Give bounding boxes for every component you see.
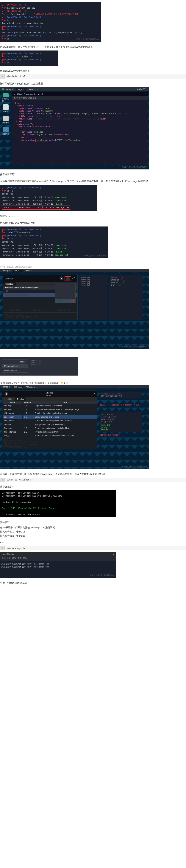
tab[interactable]: kali_2021 xyxy=(12,386,24,388)
menu-load-plugin[interactable]: Load a plugin... xyxy=(2,368,28,373)
add-target2-button[interactable]: Add to Target 2 xyxy=(58,309,70,311)
window-title: root@kali: /var/www/ht..._ne_jd xyxy=(14,93,42,95)
tab[interactable]: nmap-T xyxy=(2,386,11,388)
watermark: CSDN @入狱计划进度50% xyxy=(75,38,99,41)
code-block: 1 vim index.html xyxy=(0,74,186,79)
menu-plugins[interactable]: ‹Plugins xyxy=(2,360,28,364)
tab[interactable]: win2003-2 xyxy=(28,88,39,91)
cmd-window: C:\Documents and Settings\user> C:\Docum… xyxy=(0,490,116,517)
tab[interactable]: win2003-2 xyxy=(25,270,36,272)
menu-logging[interactable]: Logging xyxy=(55,296,75,299)
close-icon[interactable]: ✕ xyxy=(94,393,95,395)
chevron-right-icon: › xyxy=(71,300,74,303)
menu-icon[interactable]: ⊕ xyxy=(60,276,64,280)
plugin-row[interactable]: find_conn1.0Search connections on a swit… xyxy=(3,427,97,430)
success-message: Successfully flushed the DNS Resolver Ca… xyxy=(2,507,114,510)
cmd-line: systemctl start apache2 xyxy=(7,7,35,9)
plugin-row-dns-spoof[interactable]: dns_spoof1.3Sends spoofed dns replies xyxy=(3,415,97,418)
plugin-table: Name Version Info arp_cop1.1Report suspi… xyxy=(2,401,97,438)
close-icon[interactable]: _ □ ✕ xyxy=(108,553,114,556)
status-text: ARP poisoning victims: GROUP 1 : 10.1.1.… xyxy=(3,312,77,320)
tab-hostlist[interactable]: Host List xyxy=(2,397,15,401)
ettercap-title: Ettercap xyxy=(5,278,13,280)
description: 把你们创建的php文件的文件名放在这里 xyxy=(0,82,186,85)
menu-hosts[interactable]: Hosts xyxy=(55,286,75,289)
plugin-row[interactable]: autoadd1.2Automatically add new victims … xyxy=(3,408,97,411)
plugin-row[interactable]: find_ip1.0Search an unused IP address in… xyxy=(3,434,97,437)
app-icon: ⊕ xyxy=(4,392,8,396)
options-icon[interactable]: ⋮ xyxy=(91,393,93,395)
add-target1-button[interactable]: Add to Target 1 xyxy=(33,309,45,311)
status-text: ARP poisoning victims: GROUP 1 : 10.1.1.… xyxy=(2,438,97,449)
options-icon[interactable]: ⋮ xyxy=(66,277,70,281)
desktop-icon-home[interactable]: 主文件夹 xyxy=(2,127,9,136)
tab[interactable]: kali_2021 xyxy=(15,88,27,91)
code-block: 1 ipconfig /flushdns xyxy=(0,478,186,482)
close-icon[interactable]: ✕ xyxy=(145,93,146,95)
tab[interactable]: nmap-T xyxy=(2,270,11,272)
plugins-dropdown: ‹Plugins Manage plugi... Load a plugin..… xyxy=(2,360,28,373)
close-icon[interactable]: ✕ xyxy=(74,276,76,281)
plugin-row[interactable]: chk_poison1.1Check if the poisoning had … xyxy=(3,411,97,415)
tab[interactable]: kali_2021 xyxy=(12,270,24,272)
ettercap-title: Ettercap xyxy=(46,392,53,394)
menu-bar[interactable]: 文件 动作 编辑 查看 帮助 xyxy=(0,556,116,561)
desktop-icon-trash[interactable]: 回收站 xyxy=(2,104,9,114)
plugin-row[interactable]: dos_attack1.0Run a d.o.s. attack against… xyxy=(3,419,97,422)
kali-icon xyxy=(2,88,4,90)
highlighted-code: check.php xyxy=(37,139,47,141)
annotation: 这样就可以了不用管它 xyxy=(100,434,142,436)
tab-plugins[interactable]: Plugins xyxy=(15,397,26,401)
plugin-row[interactable]: arp_cop1.1Report suspicious ARP activity xyxy=(3,404,97,407)
annotation: 双击这一行，前两项后，我们需要重开一个进程 xyxy=(100,404,142,407)
menu-view[interactable]: View xyxy=(55,289,75,293)
plugin-row[interactable]: dummy3.0A plugin template (for developer… xyxy=(3,423,97,426)
menu-filters[interactable]: Filters xyxy=(55,293,75,296)
menu-manage-plugins[interactable]: Manage plugi... xyxy=(2,364,28,368)
terminal-output: 您已登录本系统账号和密码 账号: 111 密码: 111 您已登录本系统账号和密… xyxy=(0,561,116,570)
tab[interactable]: win2003-2 xyxy=(25,386,36,388)
description: 然后在/var/www/html目录下 xyxy=(0,69,186,72)
clock: 00:26 下午 xyxy=(137,88,147,91)
menu-bar[interactable]: 文件 动作 编辑 查看 帮助 xyxy=(12,96,148,100)
annotation: 进入默认站点网站路径，并将改路径下的所有站点删除 xyxy=(33,13,78,15)
minimize-icon[interactable]: _ xyxy=(72,276,73,281)
description: 把放入kali系统的jd文件夹里面的内容（不是整个jd文件夹）复制到/var/w… xyxy=(0,45,186,49)
delete-host-button[interactable]: Delete Host xyxy=(10,309,20,311)
menu-plugins[interactable]: Plugins› xyxy=(55,299,75,303)
prompt: ┌──( xyxy=(2,4,7,6)
plugin-row[interactable]: find_ettercap2.0Try to find ettercap act… xyxy=(3,430,97,434)
desktop-icon-filesystem[interactable]: 文件系统 xyxy=(2,116,9,125)
tab[interactable]: nmap-T xyxy=(5,88,14,91)
tab-hostlist[interactable]: Host List xyxy=(3,282,16,286)
menu-targets[interactable]: Targets xyxy=(55,283,75,286)
code-block: 1 vim message.txt xyxy=(0,546,186,550)
terminal-title: root@kali:~ xyxy=(2,553,15,556)
desktop-icon-start[interactable]: 开始到这里 xyxy=(2,93,9,102)
chevron-left-icon: ‹ xyxy=(4,361,5,363)
